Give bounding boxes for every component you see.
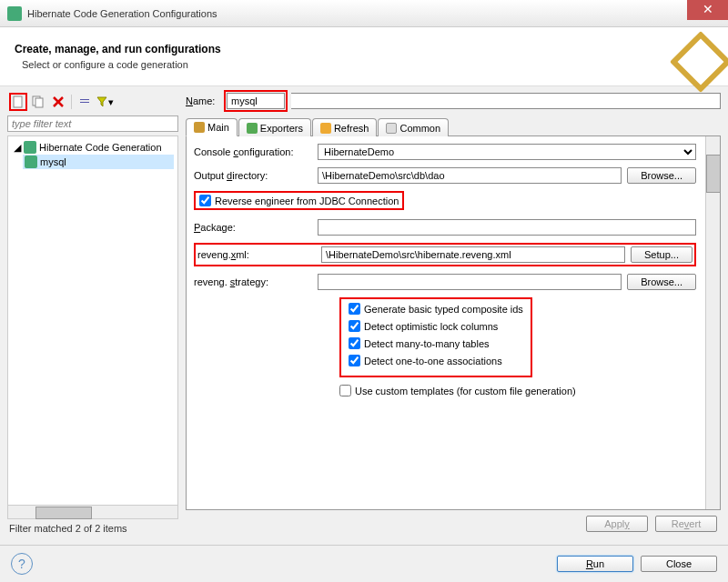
collapse-button[interactable] <box>76 93 94 111</box>
titlebar: Hibernate Code Generation Configurations… <box>0 0 728 27</box>
svg-rect-2 <box>35 98 43 107</box>
sidebar-toolbar: ▾ <box>7 90 178 114</box>
check-one-to-one[interactable] <box>349 355 360 366</box>
new-config-button[interactable] <box>9 93 27 111</box>
app-icon <box>7 6 22 21</box>
header-subtitle: Select or configure a code generation <box>22 59 221 70</box>
hibernate-logo-icon <box>677 38 713 75</box>
revert-button[interactable]: Revert <box>655 516 717 532</box>
console-label: Console configuration: <box>194 146 312 157</box>
window-close-button[interactable]: ✕ <box>687 0 728 20</box>
dialog-header: Create, manage, and run configurations S… <box>0 27 728 86</box>
tree-scrollbar[interactable] <box>7 505 178 519</box>
strategy-input[interactable] <box>318 274 622 290</box>
package-label: Package: <box>194 222 312 233</box>
name-input[interactable] <box>227 93 285 109</box>
sidebar: ▾ ◢Hibernate Code Generation mysql Filte… <box>4 90 182 537</box>
filter-button[interactable]: ▾ <box>96 93 114 111</box>
reveng-input[interactable] <box>321 246 625 263</box>
delete-button[interactable] <box>49 93 67 111</box>
strategy-browse-button[interactable]: Browse... <box>627 274 696 290</box>
name-input-ext[interactable] <box>291 93 721 109</box>
strategy-label: reveng. strategy: <box>194 276 312 287</box>
tab-common[interactable]: Common <box>378 118 449 136</box>
check-custom-templates[interactable] <box>339 385 351 396</box>
check-optimistic-lock[interactable] <box>349 320 360 332</box>
tab-refresh[interactable]: Refresh <box>312 118 378 136</box>
tree-item-mysql[interactable]: mysql <box>23 155 174 169</box>
svg-rect-0 <box>14 96 22 107</box>
apply-button[interactable]: Apply <box>586 516 648 532</box>
form-scrollbar[interactable] <box>705 136 720 509</box>
setup-button[interactable]: Setup... <box>631 246 693 263</box>
svg-rect-6 <box>80 102 89 103</box>
package-input[interactable] <box>318 219 696 236</box>
close-button[interactable]: Close <box>641 556 717 572</box>
window-title: Hibernate Code Generation Configurations <box>27 8 217 19</box>
main-form: Console configuration: HibernateDemo Out… <box>186 136 721 510</box>
custom-templates-label: Use custom templates (for custom file ge… <box>355 386 576 396</box>
run-button[interactable]: Run <box>557 556 633 572</box>
main-panel: Name: Main Exporters Refresh Common Cons… <box>182 90 724 537</box>
name-label: Name: <box>186 95 220 106</box>
tab-exporters[interactable]: Exporters <box>238 118 311 136</box>
check-composite-ids[interactable] <box>349 303 360 315</box>
outdir-label: Output directory: <box>194 170 312 181</box>
header-title: Create, manage, and run configurations <box>15 43 221 55</box>
outdir-input[interactable] <box>318 167 622 184</box>
outdir-browse-button[interactable]: Browse... <box>627 167 696 184</box>
dialog-footer: ? Run Close <box>0 545 728 582</box>
console-select[interactable]: HibernateDemo <box>318 144 696 160</box>
tree-item-root[interactable]: ◢Hibernate Code Generation <box>12 140 174 155</box>
reverse-label: Reverse engineer from JDBC Connection <box>215 196 399 206</box>
config-tree[interactable]: ◢Hibernate Code Generation mysql <box>7 135 178 506</box>
check-many-to-many[interactable] <box>349 337 360 349</box>
reverse-checkbox[interactable] <box>199 195 211 206</box>
help-button[interactable]: ? <box>11 553 33 575</box>
reveng-label: reveng.xml: <box>197 249 316 260</box>
tab-bar: Main Exporters Refresh Common <box>186 117 721 136</box>
filter-input[interactable] <box>7 115 178 132</box>
tab-main[interactable]: Main <box>186 118 238 136</box>
svg-rect-5 <box>80 99 89 100</box>
filter-status: Filter matched 2 of 2 items <box>7 519 178 537</box>
duplicate-button[interactable] <box>29 93 47 111</box>
